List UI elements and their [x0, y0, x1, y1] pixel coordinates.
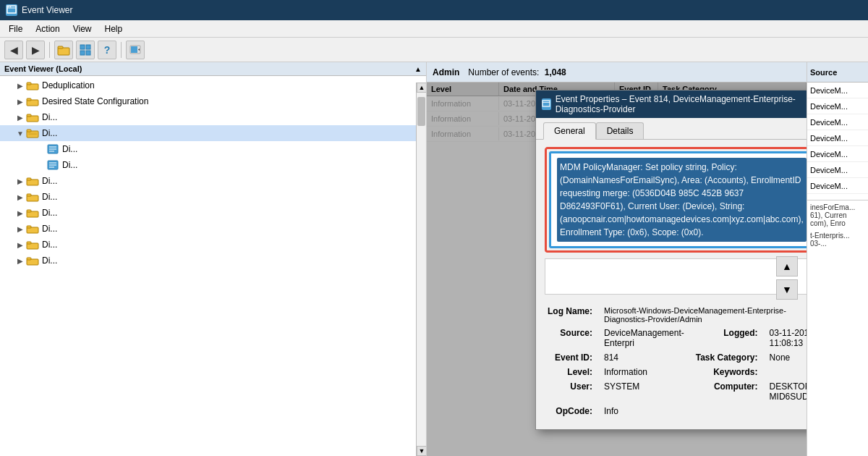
tree-label-d4-child2: Di... [62, 160, 77, 170]
source-panel: Source DeviceM... DeviceM... DeviceM... … [807, 62, 868, 456]
tree-label-d10: Di... [42, 256, 57, 266]
svg-rect-6 [80, 45, 85, 49]
svg-rect-14 [27, 83, 31, 85]
keywords-value [767, 366, 807, 379]
svg-rect-11 [131, 46, 137, 53]
opcode-value: Info [601, 405, 687, 418]
tree-label-d9: Di... [42, 240, 57, 250]
tree-scroll-arrow: ▲ [414, 65, 422, 73]
tree-arrow-dsc: ▶ [14, 98, 26, 106]
tree-item-d3[interactable]: ▶ Di... [0, 109, 426, 125]
tree-item-deduplication[interactable]: ▶ Deduplication [0, 77, 426, 93]
tree-item-d10[interactable]: ▶ Di... [0, 253, 426, 269]
tab-details[interactable]: Details [596, 122, 644, 139]
folder-icon-dsc [26, 96, 39, 106]
tree-content: ▶ Deduplication ▶ Desired State Configur… [0, 76, 426, 270]
svg-rect-34 [27, 194, 31, 196]
svg-rect-7 [86, 45, 90, 49]
scroll-up-button[interactable]: ▲ [776, 256, 798, 276]
tree-label-d4: Di... [42, 128, 57, 138]
tree-label-d3: Di... [42, 112, 57, 122]
tree-header-label: Event Viewer (Local) [4, 64, 82, 73]
menu-view[interactable]: View [67, 22, 98, 35]
toolbar: ◀ ▶ ? [0, 38, 868, 62]
level-value: Information [601, 366, 687, 379]
app-title: Event Viewer [22, 5, 72, 15]
tree-scrollbar[interactable]: ▲ ▼ [416, 83, 426, 456]
dialog-titlebar-left: Event Properties – Event 814, DeviceMana… [542, 94, 807, 114]
svg-point-3 [10, 7, 12, 8]
main-container: Event Viewer (Local) ▲ ▶ Deduplication ▶… [0, 62, 868, 456]
tree-label-deduplication: Deduplication [42, 80, 95, 90]
forward-button[interactable]: ▶ [26, 41, 45, 59]
tree-arrow-d4: ▼ [14, 130, 26, 138]
view-button[interactable] [76, 41, 95, 59]
menu-action[interactable]: Action [30, 22, 65, 35]
menu-help[interactable]: Help [99, 22, 129, 35]
svg-rect-42 [27, 258, 31, 260]
source-item-3: DeviceM... [807, 114, 868, 130]
svg-rect-38 [27, 226, 31, 228]
folder-icon-d5 [26, 176, 39, 186]
tree-item-d4-child2[interactable]: Di... [0, 157, 426, 173]
logged-label: Logged: [693, 326, 761, 350]
svg-rect-40 [27, 242, 31, 244]
folder-icon-d3 [26, 112, 39, 122]
right-header: Admin Number of events: 1,048 [427, 62, 807, 83]
app-icon [6, 4, 17, 16]
scroll-down-button[interactable]: ▼ [776, 279, 798, 300]
svg-rect-32 [27, 178, 31, 180]
bottom-text-content: inesForEma... 61), Curren com), Enro t-E… [810, 203, 865, 248]
event-id-value: 814 [601, 351, 687, 364]
tab-general[interactable]: General [543, 122, 596, 140]
dialog-title-icon [542, 98, 551, 110]
tree-item-d6[interactable]: ▶ Di... [0, 189, 426, 205]
folder-icon-d6 [26, 192, 39, 202]
folder-icon-d8 [26, 224, 39, 234]
tree-item-d9[interactable]: ▶ Di... [0, 237, 426, 253]
event-count: Number of events: 1,048 [468, 67, 566, 77]
svg-rect-16 [27, 98, 31, 101]
help-button[interactable]: ? [98, 41, 116, 59]
opcode-label: OpCode: [545, 405, 595, 418]
user-value: SYSTEM [601, 380, 687, 403]
message-outer-border: MDM PolicyManager: Set policy string, Po… [545, 147, 807, 253]
tree-item-d4-child1[interactable]: Di... [0, 141, 426, 157]
toolbar-separator-1 [49, 42, 50, 58]
toolbar-separator-2 [121, 42, 122, 58]
back-button[interactable]: ◀ [4, 41, 23, 59]
menu-file[interactable]: File [3, 22, 28, 35]
tree-label-d4-child1: Di... [62, 144, 77, 154]
scrollbar-arrow-down[interactable]: ▼ [417, 446, 427, 456]
tree-label-d5: Di... [42, 176, 57, 186]
log-name-value: Microsoft-Windows-DeviceManagement-Enter… [601, 305, 807, 325]
source-value: DeviceManagement-Enterpri [601, 326, 687, 350]
dialog-tabs: General Details [536, 118, 807, 140]
svg-rect-36 [27, 210, 31, 212]
source-item-1: DeviceM... [807, 83, 868, 98]
play-button[interactable] [126, 41, 145, 59]
dialog-titlebar: Event Properties – Event 814, DeviceMana… [536, 90, 807, 118]
tree-label-dsc: Desired State Configuration [42, 96, 148, 106]
tree-arrow-d3: ▶ [14, 114, 26, 122]
tree-item-d7[interactable]: ▶ Di... [0, 205, 426, 221]
tree-label-d7: Di... [42, 208, 57, 218]
tree-item-d5[interactable]: ▶ Di... [0, 173, 426, 189]
scrollbar-thumb[interactable] [417, 97, 425, 126]
message-continuation [545, 258, 807, 295]
source-item-2: DeviceM... [807, 98, 868, 114]
tree-item-d4[interactable]: ▼ Di... [0, 125, 426, 141]
tree-arrow-d5: ▶ [14, 177, 26, 185]
scrollbar-arrow-up[interactable]: ▲ [417, 83, 427, 93]
open-folder-button[interactable] [54, 41, 73, 59]
dialog-scroll-buttons: ▲ ▼ [776, 256, 798, 300]
logged-value: 03-11-2018 11:08:13 [767, 326, 807, 350]
dialog-title-text: Event Properties – Event 814, DeviceMana… [556, 94, 807, 114]
menu-bar: File Action View Help [0, 20, 868, 38]
event-message-text[interactable]: MDM PolicyManager: Set policy string, Po… [557, 158, 807, 242]
source-item-6: DeviceM... [807, 162, 868, 178]
tree-item-d8[interactable]: ▶ Di... [0, 221, 426, 237]
svg-rect-9 [86, 51, 90, 55]
tree-item-dsc[interactable]: ▶ Desired State Configuration [0, 93, 426, 109]
source-label: Source: [545, 326, 595, 350]
